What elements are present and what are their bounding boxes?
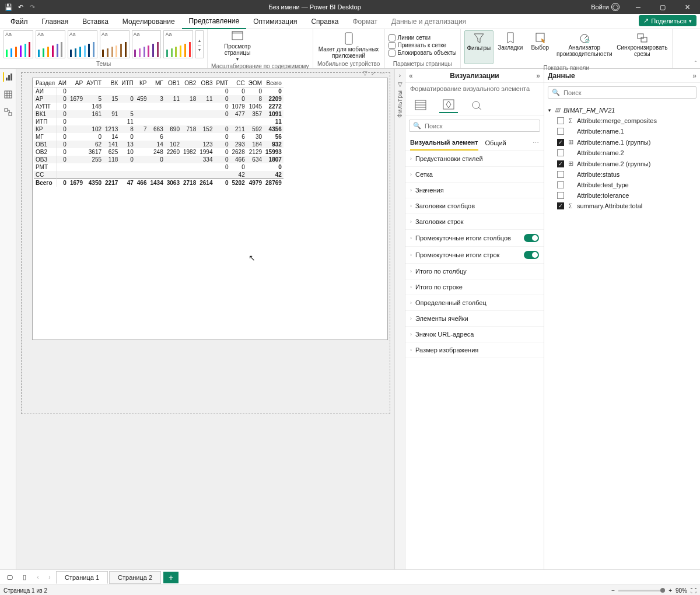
desktop-view-icon[interactable]: 🖵 — [2, 574, 16, 581]
theme-thumb-3[interactable]: Aa — [100, 30, 130, 58]
viz-mode-format[interactable] — [439, 97, 458, 113]
tab-home[interactable]: Главная — [35, 15, 76, 29]
field-checkbox[interactable] — [557, 128, 564, 135]
filters-pane-button[interactable]: Фильтры — [464, 30, 494, 64]
next-page-button[interactable]: › — [44, 574, 55, 580]
field-item[interactable]: ΣAttribute:merge_composites — [557, 116, 696, 126]
minimize-button[interactable]: ─ — [628, 0, 649, 14]
expand-filters-icon[interactable]: › — [399, 72, 401, 79]
viz-tabs-more[interactable]: ⋯ — [533, 139, 539, 147]
zoom-slider[interactable] — [618, 590, 665, 592]
close-button[interactable]: ✕ — [677, 0, 698, 14]
expand-viz-pane[interactable]: » — [536, 72, 540, 80]
report-view-icon[interactable] — [3, 72, 12, 82]
share-button[interactable]: ↗Поделиться▾ — [639, 15, 696, 26]
zoom-out-button[interactable]: − — [611, 587, 615, 594]
matrix-visual[interactable]: ▽ ⤢ ⋯ РазделАИАРАУПТВКИТПКРМГОВ1ОВ2ОВ3РМ… — [32, 78, 388, 340]
visual-more-icon[interactable]: ⋯ — [379, 70, 385, 76]
toggle-colsubtotals[interactable] — [524, 234, 539, 242]
data-view-icon[interactable] — [4, 90, 13, 99]
tab-insert[interactable]: Вставка — [75, 15, 116, 29]
field-checkbox[interactable] — [557, 117, 564, 124]
format-section-imgsize[interactable]: ›Размер изображения — [405, 342, 544, 358]
tab-model[interactable]: Моделирование — [116, 15, 182, 29]
save-icon[interactable]: 💾 — [5, 4, 13, 11]
format-section-rowheaders[interactable]: ›Заголовки строк — [405, 214, 544, 230]
theme-thumb-5[interactable]: Aa — [163, 30, 193, 58]
theme-thumb-2[interactable]: Aa — [68, 30, 97, 58]
visual-focus-icon[interactable]: ⤢ — [371, 70, 376, 76]
visual-filter-icon[interactable]: ▽ — [363, 70, 368, 76]
format-section-colheaders[interactable]: ›Заголовки столбцов — [405, 198, 544, 214]
selection-button[interactable]: Выбор — [527, 30, 553, 64]
format-section-grid[interactable]: ›Сетка — [405, 167, 544, 183]
tab-file[interactable]: Файл — [4, 15, 35, 29]
field-item[interactable]: ✓Σsummary.Attribute:total — [557, 201, 696, 211]
field-checkbox[interactable] — [557, 171, 564, 178]
field-checkbox[interactable] — [557, 192, 564, 199]
mobile-layout-button[interactable]: Макет для мобильных приложений — [317, 30, 381, 60]
redo-icon[interactable]: ↷ — [28, 4, 36, 11]
theme-dropdown[interactable]: ▴─▾ — [195, 30, 204, 58]
viz-mode-build[interactable] — [411, 97, 430, 113]
field-checkbox[interactable] — [557, 149, 564, 156]
mobile-view-icon[interactable]: ▯ — [18, 573, 32, 581]
format-section-colsubtotals[interactable]: ›Промежуточные итоги столбцов — [405, 230, 544, 247]
signin-button[interactable]: Войти ◯ — [591, 3, 620, 11]
snap-checkbox[interactable]: Привязать к сетке — [388, 42, 457, 49]
prev-page-button[interactable]: ‹ — [33, 574, 43, 580]
bookmarks-button[interactable]: Закладки — [496, 30, 525, 64]
toggle-rowsubtotals[interactable] — [524, 251, 539, 259]
undo-icon[interactable]: ↶ — [16, 4, 24, 11]
format-section-rowsubtotals[interactable]: ›Промежуточные итоги строк — [405, 247, 544, 264]
viz-mode-analytics[interactable] — [467, 97, 486, 113]
format-section-style[interactable]: ›Предустановки стилей — [405, 151, 544, 167]
zoom-in-button[interactable]: + — [668, 587, 672, 594]
field-checkbox[interactable]: ✓ — [557, 202, 564, 209]
tab-help[interactable]: Справка — [304, 15, 345, 29]
field-checkbox[interactable]: ✓ — [557, 139, 564, 146]
field-checkbox[interactable]: ✓ — [557, 160, 564, 167]
tab-optimize[interactable]: Оптимизация — [246, 15, 304, 29]
field-checkbox[interactable] — [557, 181, 564, 188]
page-tab-2[interactable]: Страница 2 — [109, 571, 161, 584]
field-item[interactable]: Attribute:name.2 — [557, 148, 696, 158]
field-item[interactable]: Attribute:test_type — [557, 180, 696, 190]
field-item[interactable]: Attribute:tolerance — [557, 190, 696, 201]
gridlines-checkbox[interactable]: Линии сетки — [388, 34, 457, 41]
expand-data-pane[interactable]: » — [692, 72, 696, 80]
add-page-button[interactable]: + — [163, 572, 178, 583]
field-item[interactable]: ✓⊞Attribute:name.1 (группы) — [557, 136, 696, 148]
format-section-rowtotal[interactable]: ›Итого по строке — [405, 279, 544, 295]
sync-slicers-button[interactable]: Синхронизировать срезы — [616, 30, 668, 64]
field-item[interactable]: Attribute:name.1 — [557, 126, 696, 136]
viz-tab-general[interactable]: Общий — [485, 136, 506, 150]
model-view-icon[interactable] — [4, 107, 13, 117]
tab-view[interactable]: Представление — [182, 14, 247, 29]
lock-checkbox[interactable]: Блокировать объекты — [388, 50, 457, 57]
maximize-button[interactable]: ▢ — [652, 0, 673, 14]
filter-small-icon[interactable]: ▽ — [398, 81, 402, 88]
field-item[interactable]: Attribute:status — [557, 169, 696, 180]
format-section-speccol[interactable]: ›Определенный столбец — [405, 295, 544, 311]
format-section-urlicon[interactable]: ›Значок URL-адреса — [405, 327, 544, 342]
viz-search-input[interactable] — [425, 123, 536, 130]
format-section-cellel[interactable]: ›Элементы ячейки — [405, 311, 544, 327]
format-section-values[interactable]: ›Значения — [405, 183, 544, 198]
theme-thumb-4[interactable]: Aa — [132, 30, 162, 58]
viz-tab-element[interactable]: Визуальный элемент — [410, 135, 478, 150]
field-item[interactable]: ✓⊞Attribute:name.2 (группы) — [557, 158, 696, 169]
theme-thumb-0[interactable]: Aa — [4, 30, 33, 58]
tab-format[interactable]: Формат — [345, 15, 384, 29]
fit-page-button[interactable]: ⛶ — [691, 587, 696, 594]
data-table-node[interactable]: ▾ ⊞ BIMAT_FM_NV21 — [548, 104, 696, 116]
format-section-coltotal[interactable]: ›Итого по столбцу — [405, 264, 544, 279]
page-view-button[interactable]: Просмотр страницы ▾ — [211, 30, 264, 62]
perf-analyzer-button[interactable]: Анализатор производительности — [555, 30, 614, 64]
tab-datadetail[interactable]: Данные и детализация — [384, 15, 473, 29]
data-search-input[interactable] — [564, 89, 692, 96]
collapse-ribbon-button[interactable]: ˆ — [695, 61, 696, 67]
page-canvas[interactable]: ▽ ⤢ ⋯ РазделАИАРАУПТВКИТПКРМГОВ1ОВ2ОВ3РМ… — [21, 72, 390, 414]
theme-thumb-1[interactable]: Aa — [36, 30, 65, 58]
collapse-viz-pane[interactable]: « — [409, 72, 413, 80]
